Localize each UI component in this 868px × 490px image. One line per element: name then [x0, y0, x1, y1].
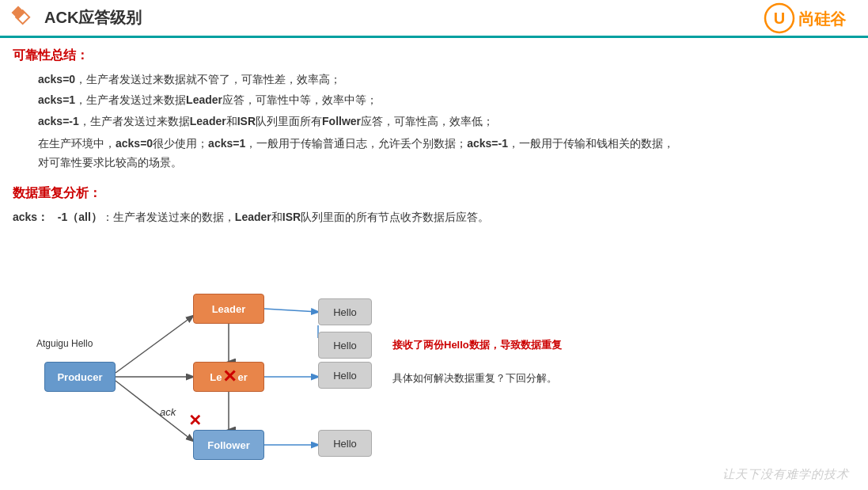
svg-text:尚硅谷: 尚硅谷 — [798, 10, 847, 28]
reliability-title: 可靠性总结： — [13, 47, 855, 64]
acks0-text: acks=0，生产者发送过来数据就不管了，可靠性差，效率高； — [38, 73, 341, 85]
ack-text: ack — [160, 406, 176, 418]
reliability-item-acks-1: acks=-1，生产者发送过来数据Leader和ISR队列里面所有Follwer… — [38, 112, 855, 130]
page-title: ACK应答级别 — [44, 7, 142, 28]
acks-1-text: acks=-1，生产者发送过来数据Leader和ISR队列里面所有Follwer… — [38, 115, 494, 127]
svg-rect-0 — [12, 6, 25, 19]
svg-line-5 — [116, 316, 193, 373]
header: ACK应答级别 U 尚硅谷 — [0, 0, 868, 38]
producer-box: Producer — [44, 362, 116, 392]
data-repeat-section: 数据重复分析： acks： -1（all）：生产者发送过来的数据，Leader和… — [13, 185, 855, 466]
data-repeat-title: 数据重复分析： — [13, 185, 855, 202]
hello-box-4: Hello — [318, 332, 372, 359]
diagram: Atguigu Hello Producer Leader Le ✕ er Fo… — [13, 237, 855, 466]
header-left: ACK应答级别 — [9, 4, 142, 32]
leader2-box: Le ✕ er — [193, 362, 264, 392]
acks-line: acks： -1（all）：生产者发送过来的数据，Leader和ISR队列里面的… — [13, 208, 855, 226]
hello-box-3: Hello — [318, 430, 372, 457]
follower-box: Follower — [193, 430, 264, 460]
svg-line-8 — [264, 309, 318, 312]
ack-label: ack — [160, 406, 176, 418]
leader2-text2: er — [237, 371, 247, 383]
red-note: 接收了两份Hello数据，导致数据重复 — [392, 338, 562, 352]
hello-box-2: Hello — [318, 362, 372, 389]
x-icon: ✕ — [222, 367, 237, 387]
leader2-text: Le — [210, 371, 222, 383]
logo-icon — [9, 4, 38, 32]
watermark: 让天下没有难学的技术 — [722, 467, 849, 482]
brand-icon: U 尚硅谷 — [764, 2, 859, 34]
atguigu-label: Atguigu Hello — [36, 338, 93, 349]
svg-line-7 — [116, 381, 193, 441]
reliability-item-acks0: acks=0，生产者发送过来数据就不管了，可靠性差，效率高； — [38, 70, 855, 88]
brand-logo-area: U 尚硅谷 — [764, 2, 859, 34]
acks1-text: acks=1，生产者发送过来数据Leader应答，可靠性中等，效率中等； — [38, 93, 377, 106]
reliability-section: 可靠性总结： acks=0，生产者发送过来数据就不管了，可靠性差，效率高； ac… — [13, 47, 855, 173]
reliability-item-acks1: acks=1，生产者发送过来数据Leader应答，可靠性中等，效率中等； — [38, 91, 855, 108]
main-content: 可靠性总结： acks=0，生产者发送过来数据就不管了，可靠性差，效率高； ac… — [0, 38, 868, 476]
ack-x-icon: ✕ — [188, 411, 202, 430]
env-note: 在生产环境中，acks=0很少使用；acks=1，一般用于传输普通日志，允许丢个… — [38, 135, 855, 173]
black-note: 具体如何解决数据重复？下回分解。 — [392, 371, 557, 386]
hello-box-1: Hello — [318, 298, 372, 325]
leader1-box: Leader — [193, 294, 264, 324]
svg-text:U: U — [774, 9, 785, 27]
